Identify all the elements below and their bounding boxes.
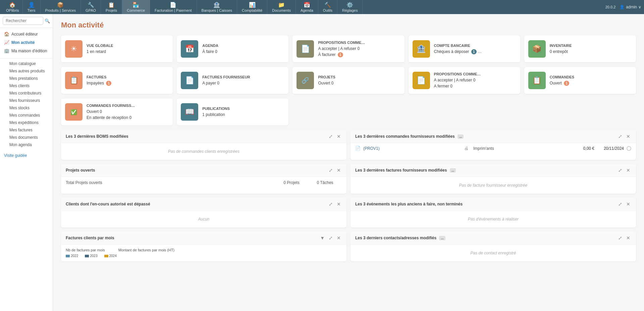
card-projets[interactable]: 🔗 PROJETS Ouvert 0: [292, 67, 404, 94]
nav-agenda[interactable]: 📅 Agenda: [296, 0, 318, 14]
widget-clients-expand[interactable]: ⤢: [328, 201, 334, 207]
widget-boms-empty: Pas de commandes clients enregistrées: [168, 149, 239, 154]
card-factures[interactable]: 📋 FACTURES Impayées 1: [61, 67, 173, 94]
montant-label: Montant de factures par mois (HT): [118, 248, 175, 252]
documents-icon: 📁: [278, 2, 285, 8]
date: 20/11/2024: [597, 146, 624, 151]
search-button[interactable]: 🔍: [45, 18, 50, 23]
widget-projets-row: Total Projets ouverts 0 Projets 0 Tâches: [61, 177, 346, 188]
nav-gpao[interactable]: 🔧 GPAO: [81, 0, 101, 14]
doc-name: (PROV1): [363, 146, 462, 151]
sidebar-divider: [0, 58, 53, 59]
widget-boms-expand[interactable]: ⤢: [328, 133, 334, 139]
widget-factures-clients-close[interactable]: ✕: [336, 235, 342, 241]
widget-boms-body: Pas de commandes clients enregistrées: [61, 143, 346, 160]
nav-produits[interactable]: 📦 Produits | Services: [41, 0, 81, 14]
widget-factures-clients-funnel[interactable]: ▼: [319, 235, 326, 241]
widget-commandes-fournisseurs-close[interactable]: ✕: [625, 133, 631, 139]
widget-projets-expand[interactable]: ⤢: [328, 167, 334, 173]
nav-banques[interactable]: 🏦 Banques | Caisses: [197, 0, 237, 14]
widget-factures-clients-actions: ▼ ⤢ ✕: [319, 235, 342, 241]
sidebar-sub-contributeurs[interactable]: Mes contributeurs: [0, 89, 53, 97]
widget-boms-close[interactable]: ✕: [336, 133, 342, 139]
sidebar-sub-commandes[interactable]: Mes commandes: [0, 112, 53, 119]
card-commandes[interactable]: 📋 COMMANDES Ouvert 1: [524, 67, 636, 94]
sidebar-sub-expeditions[interactable]: Mes expéditions: [0, 119, 53, 126]
printer-icon: 🖨: [464, 146, 469, 151]
widget-contacts-body: Pas de contact enregistré: [351, 245, 636, 261]
card-icon-factures-fournisseur: 📄: [181, 72, 198, 89]
legend-2022-color: [66, 255, 70, 257]
sidebar-sub-catalogue[interactable]: Mon catalogue: [0, 60, 53, 67]
nav-comptabilite[interactable]: 📊 Comptabilité: [237, 0, 267, 14]
widget-contacts-close[interactable]: ✕: [625, 235, 631, 241]
card-compte-bancaire[interactable]: 🏦 COMPTE BANCAIRE Chèques à déposer 1 …: [409, 36, 520, 62]
sidebar-item-ma-maison[interactable]: 🏢 Ma maison d'édition: [0, 47, 53, 55]
card-propositions-comm1[interactable]: 📄 PROPOSITIONS COMME… A accepter | A ref…: [292, 36, 404, 62]
gpao-icon: 🔧: [88, 2, 94, 8]
widget-projets-close[interactable]: ✕: [336, 167, 342, 173]
nav-commerce[interactable]: 🏪 Commerce: [122, 0, 150, 14]
card-icon-compte-bancaire: 🏦: [413, 40, 430, 58]
nav-tiers[interactable]: 👤 Tiers: [23, 0, 41, 14]
nav-projets[interactable]: 📋 Projets: [101, 0, 122, 14]
sidebar-sub-fournisseurs[interactable]: Mes fournisseurs: [0, 97, 53, 104]
widget-boms-header: Les 3 dernières BOMS modifiées ⤢ ✕: [61, 130, 346, 143]
search-input[interactable]: [3, 17, 43, 25]
card-body-factures: FACTURES Impayées 1: [87, 75, 169, 86]
user-label[interactable]: 👤 admin ∨: [620, 5, 641, 9]
legend-2023: 2023: [85, 254, 97, 258]
sidebar-sub-clients[interactable]: Mes clients: [0, 82, 53, 89]
top-navigation: 🏠 OPlibris 👤 Tiers 📦 Produits | Services…: [0, 0, 644, 14]
sidebar-footer-visite[interactable]: Visite guidée: [0, 148, 53, 163]
card-body-projets: PROJETS Ouvert 0: [318, 75, 400, 86]
widget-clients-close[interactable]: ✕: [336, 201, 342, 207]
widget-evenements-actions: ⤢ ✕: [617, 201, 631, 207]
widget-commandes-fournisseurs-row: 📄 (PROV1) 🖨 Imprim'ants 0,00 € 20/11/202…: [351, 143, 636, 153]
nav-documents[interactable]: 📁 Documents: [267, 0, 296, 14]
nav-outils[interactable]: 🔨 Outils: [318, 0, 337, 14]
card-icon-commandes-fourniss: ✅: [65, 103, 83, 121]
nav-reglages[interactable]: ⚙️ Réglages: [337, 0, 363, 14]
sidebar-sub-agenda[interactable]: Mon agenda: [0, 141, 53, 148]
doc-icon: 📄: [355, 146, 361, 151]
card-factures-fournisseur[interactable]: 📄 FACTURES FOURNISSEUR A payer 0: [177, 67, 288, 94]
widget-commandes-fournisseurs-badge: ...: [458, 134, 464, 139]
sidebar-item-mon-activite[interactable]: 📈 Mon activité: [0, 38, 53, 47]
widget-factures-clients-title: Factures clients par mois: [66, 236, 114, 240]
widget-evenements-close[interactable]: ✕: [625, 201, 631, 207]
widget-factures-fournisseurs-close[interactable]: ✕: [625, 167, 631, 173]
sidebar-sub-prestations[interactable]: Mes prestations: [0, 75, 53, 82]
nav-facturation[interactable]: 📄 Facturation | Paiement: [150, 0, 197, 14]
widget-commandes-fournisseurs-expand[interactable]: ⤢: [617, 133, 623, 139]
card-icon-propositions2: 📄: [413, 72, 430, 89]
card-agenda[interactable]: 📅 AGENDA À faire 0: [177, 36, 288, 62]
maison-icon: 🏢: [4, 48, 9, 53]
sidebar-sub-autres-produits[interactable]: Mes autres produits: [0, 67, 53, 75]
widget-contacts-empty: Pas de contact enregistré: [470, 251, 516, 255]
sidebar-sub-factures[interactable]: Mes factures: [0, 126, 53, 134]
sidebar-sub-stocks[interactable]: Mes stocks: [0, 104, 53, 112]
widget-evenements-expand[interactable]: ⤢: [617, 201, 623, 207]
widget-factures-fournisseurs-body: Pas de facture fournisseur enregistrée: [351, 177, 636, 194]
outils-icon: 🔨: [324, 2, 331, 8]
widget-factures-clients-expand[interactable]: ⤢: [328, 235, 334, 241]
widget-evenements-title: Les 3 événements les plus anciens à fair…: [355, 202, 463, 206]
nav-oplibris[interactable]: 🏠 OPlibris: [3, 0, 23, 14]
tasks-count: 0 Tâches: [308, 180, 342, 185]
sidebar-item-accueil-editeur[interactable]: 🏠 Accueil éditeur: [0, 30, 53, 38]
card-inventaire[interactable]: 📦 INVENTAIRE 0 entrepôt: [524, 36, 636, 62]
card-publications[interactable]: 📖 PUBLICATIONS 1 publication: [177, 99, 288, 125]
legend-2023-color: [85, 255, 89, 257]
widget-factures-fournisseurs-expand[interactable]: ⤢: [617, 167, 623, 173]
card-commandes-fourniss[interactable]: ✅ COMMANDES FOURNISS… Ouvert 0 En attent…: [61, 99, 173, 125]
main-content: Mon activité ☀ VUE GLOBALE 1 en retard 📅…: [53, 14, 644, 311]
widget-contacts-title: Les 3 derniers contacts/adresses modifié…: [355, 236, 445, 240]
card-propositions-comm2[interactable]: 📄 PROPOSITIONS COMME… A accepter | A ref…: [409, 67, 520, 94]
widget-commandes-fournisseurs-actions: ⤢ ✕: [617, 133, 631, 139]
widget-contacts-expand[interactable]: ⤢: [617, 235, 623, 241]
widget-factures-fournisseurs-actions: ⤢ ✕: [617, 167, 631, 173]
sidebar-sub-documents[interactable]: Mes documents: [0, 134, 53, 141]
card-vue-globale[interactable]: ☀ VUE GLOBALE 1 en retard: [61, 36, 173, 62]
amount: 0,00 €: [574, 146, 594, 151]
